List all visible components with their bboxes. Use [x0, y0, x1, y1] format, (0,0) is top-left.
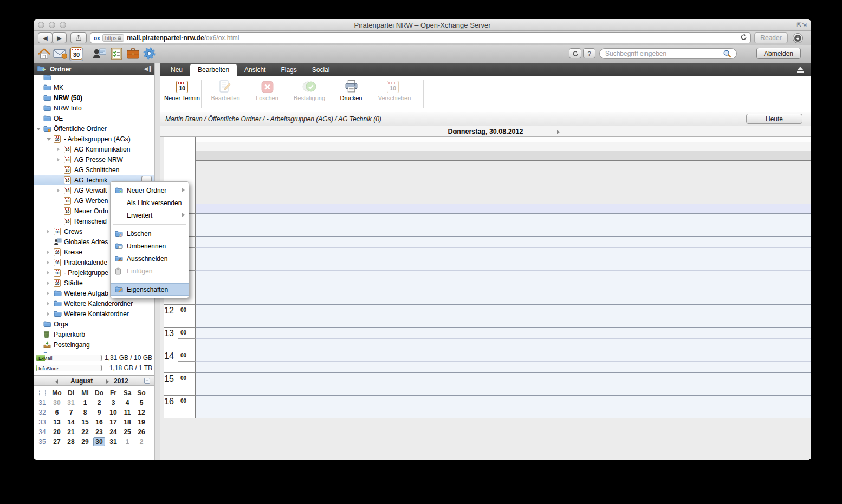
- minical-day[interactable]: 22: [78, 428, 92, 436]
- tasks-module-button[interactable]: [109, 48, 124, 61]
- disclosure-collapsed-icon[interactable]: [47, 312, 49, 316]
- disclosure-collapsed-icon[interactable]: [47, 291, 49, 296]
- tree-item-oe[interactable]: OE: [34, 113, 154, 123]
- disclosure-collapsed-icon[interactable]: [47, 260, 49, 265]
- contacts-module-button[interactable]: [92, 48, 106, 61]
- tree-item-ag-kommunikation[interactable]: 10AG Kommunikation: [34, 144, 154, 154]
- menu-item-neuer-ordner[interactable]: +Neuer Ordner: [111, 184, 189, 197]
- folder-add-icon[interactable]: +: [37, 65, 46, 74]
- minical-year[interactable]: 2012: [114, 377, 128, 385]
- minical-day[interactable]: 24: [106, 428, 120, 436]
- minical-day[interactable]: 19: [134, 418, 148, 426]
- breadcrumb-link[interactable]: - Arbeitsgruppen (AGs): [267, 115, 333, 123]
- ribbon-neuer-termin-button[interactable]: 10Neuer Termin: [162, 78, 202, 110]
- ribbon-löschen-button[interactable]: Löschen: [247, 78, 287, 110]
- minical-prev-month-icon[interactable]: [55, 379, 58, 384]
- minical-day[interactable]: 3: [106, 399, 120, 407]
- menu-item-umbenennen[interactable]: IUmbenennen: [111, 240, 189, 252]
- minical-day[interactable]: 12: [134, 409, 148, 416]
- minical-day[interactable]: 4: [120, 399, 134, 407]
- disclosure-collapsed-icon[interactable]: [57, 158, 60, 162]
- minical-day[interactable]: 20: [50, 428, 64, 436]
- disclosure-collapsed-icon[interactable]: [57, 188, 60, 193]
- logout-button[interactable]: Abmelden: [756, 48, 801, 59]
- minical-day[interactable]: 18: [120, 418, 134, 426]
- minical-day[interactable]: 31: [64, 399, 78, 407]
- tree-item--arbeitsgruppen-ags-[interactable]: 10- Arbeitsgruppen (AGs): [34, 134, 154, 144]
- day-view-grid[interactable]: 0800090010001100120013001400150016001700…: [160, 137, 811, 448]
- minical-day[interactable]: 2: [92, 399, 106, 407]
- share-icon[interactable]: [70, 32, 87, 43]
- tree-item-orga[interactable]: Orga: [34, 319, 154, 329]
- url-field[interactable]: ox https mail.piratenpartei-nrw.de /ox6/…: [90, 32, 751, 43]
- email-module-button[interactable]: [53, 48, 67, 61]
- tab-social[interactable]: Social: [305, 64, 338, 76]
- minical-day[interactable]: 13: [50, 418, 64, 426]
- reader-button[interactable]: Reader: [754, 32, 788, 43]
- menu-item-erweitert[interactable]: Erweitert: [111, 209, 189, 221]
- tree-item-nrw-50-[interactable]: NRW (50): [34, 93, 154, 103]
- minical-day[interactable]: 1: [120, 438, 134, 446]
- tree-item-ag-presse-nrw[interactable]: 10AG Presse NRW: [34, 154, 154, 165]
- next-day-icon[interactable]: [557, 130, 560, 134]
- allday-row2[interactable]: [196, 142, 811, 151]
- minical-next-month-icon[interactable]: [106, 379, 109, 384]
- minical-day[interactable]: 1: [78, 399, 92, 407]
- disclosure-collapsed-icon[interactable]: [47, 281, 49, 285]
- menu-item-ausschneiden[interactable]: Ausschneiden: [111, 252, 189, 265]
- minical-day[interactable]: 14: [64, 418, 78, 426]
- minical-day[interactable]: 16: [92, 418, 106, 426]
- tab-flags[interactable]: Flags: [273, 64, 304, 76]
- menu-item-einfügen[interactable]: Einfügen: [111, 265, 189, 277]
- minical-day[interactable]: 27: [50, 438, 64, 446]
- menu-item-als-link-versenden[interactable]: Als Link versenden: [111, 197, 189, 209]
- minical-day[interactable]: 28: [64, 438, 78, 446]
- tree-item-weitere-kontaktordner[interactable]: Weitere Kontaktordner: [34, 309, 154, 319]
- forward-button[interactable]: ▶: [52, 32, 67, 43]
- disclosure-collapsed-icon[interactable]: [47, 230, 49, 234]
- disclosure-collapsed-icon[interactable]: [47, 302, 49, 306]
- tab-neu[interactable]: Neu: [163, 64, 190, 76]
- ribbon-drucken-button[interactable]: Drucken: [331, 78, 371, 110]
- today-button[interactable]: Heute: [746, 114, 802, 124]
- minical-day[interactable]: 23: [92, 428, 106, 436]
- minical-day[interactable]: 7: [64, 409, 78, 416]
- sidebar-collapse-icon[interactable]: ◀▐: [144, 66, 151, 71]
- ribbon-bearbeiten-button[interactable]: Bearbeiten: [205, 78, 245, 110]
- tree-item-ag-schnittchen[interactable]: 10AG Schnittchen: [34, 165, 154, 175]
- reload-icon[interactable]: [740, 34, 747, 42]
- disclosure-expanded-icon[interactable]: [47, 138, 51, 141]
- minical-day[interactable]: 8: [78, 409, 92, 416]
- disclosure-collapsed-icon[interactable]: [47, 250, 49, 254]
- tab-bearbeiten[interactable]: Bearbeiten: [190, 64, 237, 76]
- minical-day[interactable]: 26: [134, 428, 148, 436]
- menu-item-eigenschaften[interactable]: Eigenschaften: [111, 283, 189, 296]
- disclosure-collapsed-icon[interactable]: [47, 271, 49, 275]
- ribbon-verschieben-button[interactable]: 10Verschieben: [374, 78, 414, 110]
- minical-day[interactable]: 30: [93, 437, 105, 446]
- fullscreen-icon[interactable]: ⇱⇲: [797, 22, 807, 29]
- minical-day[interactable]: 15: [78, 418, 92, 426]
- infostore-module-button[interactable]: [126, 48, 140, 61]
- search-input[interactable]: [599, 48, 737, 59]
- minical-day[interactable]: 11: [120, 409, 134, 416]
- minical-day[interactable]: 31: [106, 438, 120, 446]
- tree-item-weitere-kalenderordner[interactable]: Weitere Kalenderordner: [34, 298, 154, 309]
- minical-day[interactable]: 2: [134, 438, 148, 446]
- tree-item-papierkorb[interactable]: Papierkorb: [34, 329, 154, 339]
- help-button[interactable]: ?: [583, 48, 595, 58]
- home-module-button[interactable]: [37, 48, 51, 61]
- minical-day[interactable]: 30: [50, 399, 64, 407]
- tree-item-mk[interactable]: MK: [34, 82, 154, 93]
- search-icon[interactable]: [723, 49, 731, 60]
- minical-day[interactable]: 9: [92, 409, 106, 416]
- tree-item-nrw-info[interactable]: NRW Info: [34, 103, 154, 113]
- calendar-module-button[interactable]: 30: [69, 48, 83, 61]
- tree-item[interactable]: [34, 75, 154, 82]
- minical-month[interactable]: August: [70, 377, 93, 385]
- refresh-button[interactable]: [569, 48, 581, 58]
- tree-item-posteingang[interactable]: Posteingang: [34, 339, 154, 350]
- minical-expand-icon[interactable]: [39, 390, 46, 396]
- collapse-ribbon-icon[interactable]: [797, 67, 804, 70]
- minical-day[interactable]: 5: [134, 399, 148, 407]
